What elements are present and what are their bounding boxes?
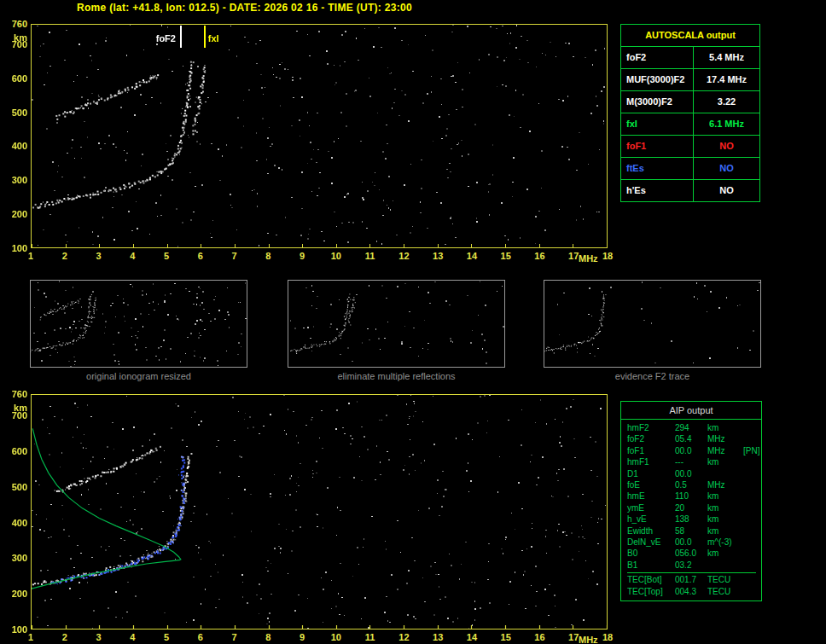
aip-param-name: h_vE (627, 513, 675, 525)
y-tick-label: 400 (5, 518, 27, 528)
aip-param-name: TEC[Bot] (627, 574, 675, 585)
autoscala-row-label: ftEs (621, 158, 694, 179)
aip-param-name: ymE (627, 502, 675, 513)
thumbnail-canvas-2 (288, 281, 504, 367)
aip-param-name: B1 (627, 560, 675, 571)
x-tick-label: 4 (124, 251, 141, 261)
aip-row-hme: hmE110km (627, 490, 761, 502)
y-axis-unit-label: km (5, 32, 27, 43)
x-tick-label: 18 (599, 632, 616, 642)
x-tick-label: 6 (192, 632, 209, 642)
thumbnail-caption: evidence F2 trace (544, 371, 761, 381)
aip-param-name: Ewidth (627, 525, 675, 537)
x-tick-label: 1 (22, 251, 39, 261)
autoscala-row-muf3000f2: MUF(3000)F217.4 MHz (621, 68, 759, 90)
aip-param-unit (707, 560, 743, 571)
aip-param-name: TEC[Top] (627, 586, 675, 597)
x-tick-label: 12 (395, 632, 412, 642)
x-tick-label: 11 (362, 632, 379, 642)
autoscala-row-hes: h'EsNO (621, 179, 759, 201)
aip-param-unit: km (707, 548, 743, 559)
x-tick-label: 8 (259, 632, 276, 642)
aip-param-note (743, 468, 761, 479)
thumbnail-1 (30, 280, 247, 368)
y-tick-label: 500 (5, 482, 27, 492)
aip-param-name: foF2 (627, 433, 675, 444)
y-axis-unit-label: km (5, 403, 27, 413)
aip-param-unit: MHz (707, 433, 743, 444)
aip-param-value: 138 (675, 513, 707, 525)
aip-param-note (743, 548, 761, 559)
aip-row-b0: B0056.0km (627, 548, 761, 559)
aip-row-fof1: foF100.0MHz[PN] (627, 445, 761, 456)
thumbnail-2 (288, 280, 505, 368)
autoscala-row-value: 3.22 (694, 91, 759, 113)
aip-row-foe: foE0.5MHz (627, 479, 761, 490)
aip-row-yme: ymE20km (627, 502, 761, 513)
x-tick-label: 13 (429, 251, 446, 261)
autoscala-row-label: fxI (621, 113, 694, 135)
aip-param-value: 20 (675, 502, 707, 513)
autoscala-table-rows: foF25.4 MHzMUF(3000)F217.4 MHzM(3000)F23… (621, 46, 759, 201)
aip-param-value: 58 (675, 525, 707, 537)
aip-param-note (743, 513, 761, 525)
x-tick-label: 9 (294, 632, 311, 642)
thumbnail-caption: eliminate multiple reflections (288, 371, 505, 381)
autoscala-row-ftes: ftEsNO (621, 157, 759, 179)
aip-param-note (743, 422, 761, 433)
x-tick-label: 2 (56, 632, 73, 642)
aip-param-unit: MHz (707, 479, 743, 490)
aip-row-tecbot: TEC[Bot]001.7TECU (627, 574, 761, 585)
aip-param-unit: km (707, 502, 743, 513)
aip-param-note (743, 490, 761, 502)
x-tick-label: 10 (328, 251, 345, 261)
autoscala-row-fof2: foF25.4 MHz (621, 46, 759, 68)
x-tick-label: 9 (294, 251, 311, 261)
aip-param-value: 00.0 (675, 537, 707, 548)
aip-param-name: hmE (627, 490, 675, 502)
y-tick-label: 200 (5, 209, 27, 219)
x-tick-label: 10 (328, 632, 345, 642)
x-tick-label: 15 (497, 251, 515, 261)
aip-param-unit: MHz (707, 445, 743, 456)
aip-param-note (743, 502, 761, 513)
aip-param-unit (707, 468, 743, 479)
y-tick-label: 760 (5, 389, 27, 399)
x-axis-unit-label: MHz (579, 635, 598, 644)
fxi-marker-label: fxI (207, 33, 220, 44)
aip-param-value: 294 (675, 422, 707, 433)
x-tick-label: 2 (56, 251, 73, 261)
y-tick-label: 300 (5, 175, 27, 185)
autoscala-row-value: NO (694, 180, 759, 201)
aip-param-note: [PN] (743, 445, 761, 456)
aip-table-title: AIP output (621, 402, 761, 420)
aip-row-b1: B103.2 (627, 560, 761, 571)
fxi-marker-line (204, 26, 206, 48)
autoscala-row-value: NO (694, 136, 759, 157)
aip-param-unit: km (707, 422, 743, 433)
aip-param-unit: km (707, 513, 743, 525)
autoscala-row-label: foF1 (621, 136, 694, 157)
aip-param-name: foF1 (627, 445, 675, 456)
x-tick-label: 8 (259, 251, 276, 261)
aip-row-hmf1: hmF1---km (627, 456, 761, 467)
aip-param-note (743, 574, 761, 585)
thumbnail-caption: original ionogram resized (30, 371, 247, 381)
x-tick-label: 7 (226, 632, 243, 642)
x-tick-label: 6 (192, 251, 209, 261)
aip-param-name: DelN_vE (627, 537, 675, 548)
autoscala-row-value: 5.4 MHz (694, 47, 759, 68)
autoscala-row-label: M(3000)F2 (621, 91, 694, 113)
x-tick-label: 1 (22, 632, 39, 642)
aip-row-fof2: foF205.4MHz (627, 433, 761, 444)
aip-param-note (743, 433, 761, 444)
thumbnail-canvas-1 (31, 281, 247, 367)
x-tick-label: 4 (124, 632, 141, 642)
aip-output-table: AIP output hmF2294kmfoF205.4MHzfoF100.0M… (620, 401, 762, 601)
autoscala-row-fxi: fxI6.1 MHz (621, 113, 759, 135)
aip-param-name: D1 (627, 468, 675, 479)
aip-row-hve: h_vE138km (627, 513, 761, 525)
aip-row-delnve: DelN_vE00.0m^(-3) (627, 537, 761, 548)
autoscala-row-label: h'Es (621, 180, 694, 201)
fof2-marker-line (180, 26, 182, 48)
